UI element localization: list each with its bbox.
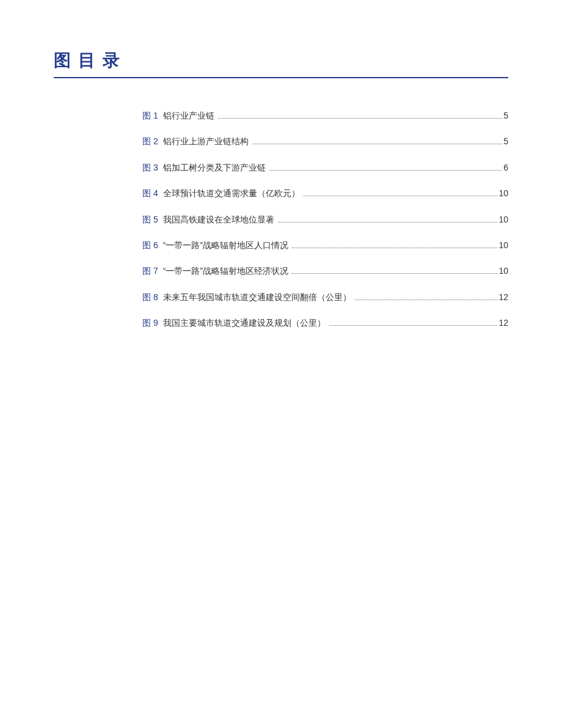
entry-prefix: 图 (142, 240, 151, 250)
entry-leader-dots (218, 111, 502, 119)
entry-title: 铝加工树分类及下游产业链 (163, 161, 266, 174)
entry-label: 图3 (142, 161, 158, 174)
entry-label: 图5 (142, 213, 158, 226)
entry-prefix: 图 (142, 188, 151, 198)
entry-number: 6 (153, 238, 158, 252)
entry-page: 10 (498, 264, 508, 278)
entry-page: 10 (498, 238, 508, 252)
entry-leader-dots (355, 292, 498, 300)
entry-prefix: 图 (142, 163, 151, 172)
figure-entry: 图7 “一带一路”战略辐射地区经济状况 10 (142, 264, 508, 278)
entry-prefix: 图 (142, 292, 151, 302)
entry-page: 10 (498, 186, 508, 200)
entry-title: “一带一路”战略辐射地区经济状况 (163, 264, 288, 278)
entry-title: “一带一路”战略辐射地区人口情况 (163, 238, 288, 252)
entry-label: 图4 (142, 186, 158, 200)
entry-number: 7 (153, 264, 158, 278)
entry-prefix: 图 (142, 136, 151, 146)
entry-number: 3 (153, 161, 158, 174)
figure-entry: 图9 我国主要城市轨道交通建设及规划（公里） 12 (142, 316, 508, 329)
entry-leader-dots (292, 267, 497, 274)
figure-entry: 图5 我国高铁建设在全球地位显著 10 (142, 213, 508, 226)
figure-entry: 图2 铝行业上游产业链结构 5 (142, 134, 508, 148)
entry-page: 10 (498, 213, 508, 226)
figure-entry: 图1 铝行业产业链 5 (142, 109, 508, 122)
entry-label: 图1 (142, 109, 158, 122)
entry-title: 我国主要城市轨道交通建设及规划（公里） (163, 316, 326, 329)
entry-number: 8 (153, 290, 158, 304)
entry-leader-dots (269, 163, 502, 171)
entry-title: 铝行业产业链 (163, 109, 214, 122)
entry-title: 全球预计轨道交通需求量（亿欧元） (163, 186, 300, 200)
entry-leader-dots (304, 189, 498, 197)
entry-prefix: 图 (142, 215, 151, 224)
entry-page: 12 (498, 290, 508, 304)
figure-entry: 图4 全球预计轨道交通需求量（亿欧元） 10 (142, 186, 508, 200)
page-title: 图目录 (54, 49, 508, 78)
figure-entry: 图3 铝加工树分类及下游产业链 6 (142, 161, 508, 174)
entry-title: 未来五年我国城市轨道交通建设空间翻倍（公里） (163, 290, 351, 304)
entry-page: 5 (503, 134, 508, 148)
figure-entry: 图8 未来五年我国城市轨道交通建设空间翻倍（公里） 12 (142, 290, 508, 304)
entry-page: 5 (503, 109, 508, 122)
entry-label: 图8 (142, 290, 158, 304)
entry-number: 2 (153, 134, 158, 148)
entry-title: 铝行业上游产业链结构 (163, 134, 249, 148)
entry-label: 图6 (142, 238, 158, 252)
entry-title: 我国高铁建设在全球地位显著 (163, 213, 274, 226)
entry-number: 9 (153, 316, 158, 329)
entry-prefix: 图 (142, 318, 151, 328)
entry-leader-dots (329, 318, 498, 326)
entry-label: 图9 (142, 316, 158, 329)
figure-list: 图1 铝行业产业链 5 图2 铝行业上游产业链结构 5 图3 铝加工树分类及下游… (54, 109, 508, 330)
entry-leader-dots (292, 240, 497, 248)
entry-number: 4 (153, 186, 158, 200)
entry-label: 图2 (142, 134, 158, 148)
entry-leader-dots (252, 137, 502, 145)
figure-entry: 图6 “一带一路”战略辐射地区人口情况 10 (142, 238, 508, 252)
entry-number: 1 (153, 109, 158, 122)
entry-prefix: 图 (142, 266, 151, 276)
entry-number: 5 (153, 213, 158, 226)
entry-page: 6 (503, 161, 508, 174)
entry-prefix: 图 (142, 111, 151, 120)
entry-leader-dots (278, 215, 498, 222)
entry-label: 图7 (142, 264, 158, 278)
entry-page: 12 (498, 316, 508, 329)
